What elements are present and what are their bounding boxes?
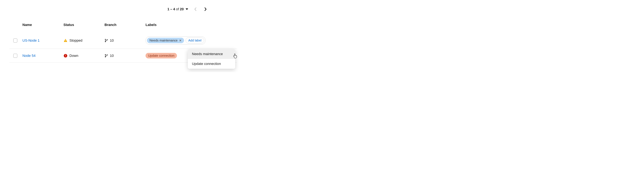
- svg-point-8: [105, 54, 106, 55]
- svg-rect-6: [65, 55, 66, 56]
- status-text: Down: [70, 54, 78, 58]
- pagination-total: 20: [180, 7, 184, 11]
- svg-rect-7: [65, 56, 66, 57]
- pagination-of-word: of: [176, 7, 179, 11]
- row-checkbox[interactable]: [13, 54, 17, 58]
- dropdown-item[interactable]: Update connection: [188, 59, 235, 69]
- labels-editor[interactable]: Needs maintenance✕Add label: [146, 36, 206, 44]
- pagination-range-dropdown[interactable]: 1 – 4 of 20: [167, 7, 188, 11]
- remove-label-icon[interactable]: ✕: [179, 39, 182, 42]
- row-checkbox[interactable]: [13, 38, 17, 43]
- svg-point-9: [105, 56, 106, 57]
- column-header-labels: Labels: [144, 20, 237, 32]
- label-chip[interactable]: Update connection: [146, 53, 177, 58]
- pagination-prev-button[interactable]: [192, 6, 198, 12]
- status-text: Stopped: [70, 38, 82, 43]
- node-name-link[interactable]: Node 54: [22, 54, 36, 58]
- error-circle-icon: [64, 54, 68, 58]
- pagination-range-end: 4: [173, 7, 175, 11]
- node-name-link[interactable]: US-Node 1: [22, 38, 40, 42]
- label-dropdown[interactable]: Needs maintenanceUpdate connection: [188, 49, 235, 69]
- column-header-branch: Branch: [102, 20, 144, 32]
- cursor-hand-icon: [233, 54, 237, 59]
- add-label-button[interactable]: Add label: [186, 38, 204, 43]
- column-header-status: Status: [62, 20, 102, 32]
- git-branch-icon: [104, 39, 108, 42]
- pagination-next-button[interactable]: [203, 6, 208, 12]
- svg-point-2: [105, 39, 106, 40]
- svg-rect-0: [65, 40, 66, 41]
- git-branch-icon: [104, 54, 108, 57]
- chevron-left-icon: [194, 8, 196, 11]
- label-chip-text: Needs maintenance: [150, 39, 178, 42]
- pagination-bar: 1 – 4 of 20: [10, 6, 237, 12]
- svg-point-4: [107, 39, 108, 40]
- warning-triangle-icon: [64, 38, 68, 43]
- branch-count: 10: [110, 54, 114, 58]
- label-chip-text: Update connection: [148, 54, 174, 57]
- table-row: US-Node 1Stopped10Needs maintenance✕Add …: [10, 32, 237, 49]
- column-header-name: Name: [20, 20, 62, 32]
- dropdown-item[interactable]: Needs maintenance: [188, 49, 235, 59]
- chevron-right-icon: [204, 8, 206, 11]
- svg-point-10: [107, 54, 108, 55]
- caret-down-icon: [186, 8, 188, 10]
- svg-rect-1: [65, 41, 66, 41]
- branch-count: 10: [110, 38, 114, 43]
- pagination-range-start: 1: [167, 7, 169, 11]
- svg-point-3: [105, 41, 106, 42]
- label-chip[interactable]: Needs maintenance✕: [147, 38, 184, 43]
